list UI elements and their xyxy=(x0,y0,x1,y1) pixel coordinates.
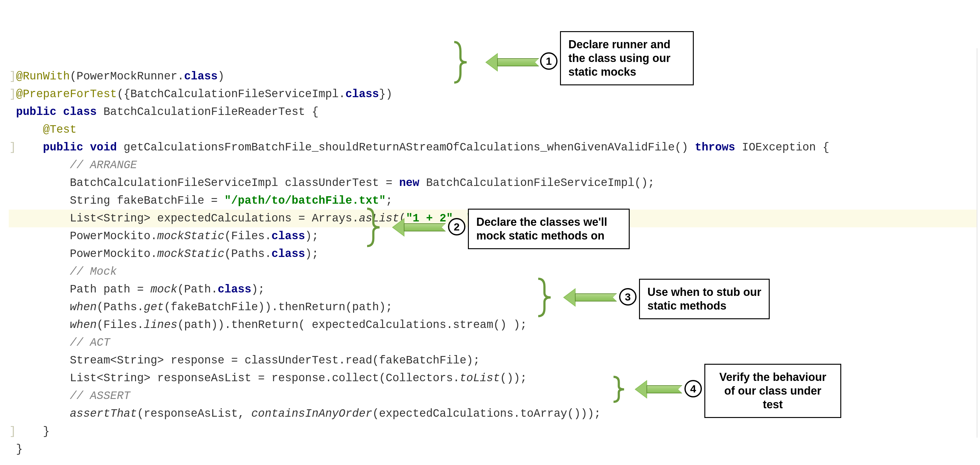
annotation-label-2: Declare the classes we'll mock static me… xyxy=(468,209,630,249)
annotation-number-3: 3 xyxy=(619,288,636,305)
annotation-number-2: 2 xyxy=(448,218,465,235)
annotation-label-3: Use when to stub our static methods xyxy=(639,279,770,319)
annotation-number-4: 4 xyxy=(684,380,702,398)
annotation-label-4: Verify the behaviour of our class under … xyxy=(704,364,841,418)
editor-right-margin xyxy=(977,48,977,438)
annotation-number-1: 1 xyxy=(540,52,557,70)
annotation-label-1: Declare runner and the class using our s… xyxy=(560,31,694,85)
